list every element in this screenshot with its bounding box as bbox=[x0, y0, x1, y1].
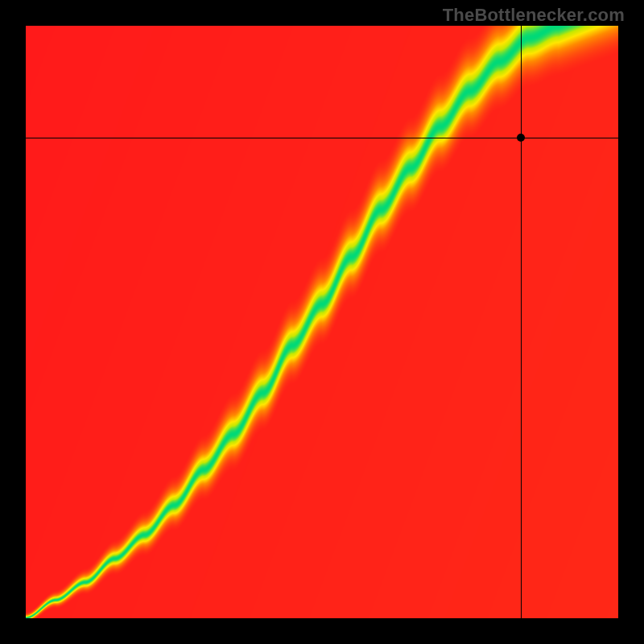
selection-marker bbox=[517, 134, 525, 142]
crosshair-horizontal bbox=[26, 138, 618, 138]
heatmap-canvas bbox=[26, 26, 618, 618]
chart-frame: TheBottlenecker.com bbox=[0, 0, 644, 644]
heatmap-plot bbox=[26, 26, 618, 618]
crosshair-vertical bbox=[521, 26, 522, 618]
watermark-text: TheBottlenecker.com bbox=[443, 5, 625, 26]
